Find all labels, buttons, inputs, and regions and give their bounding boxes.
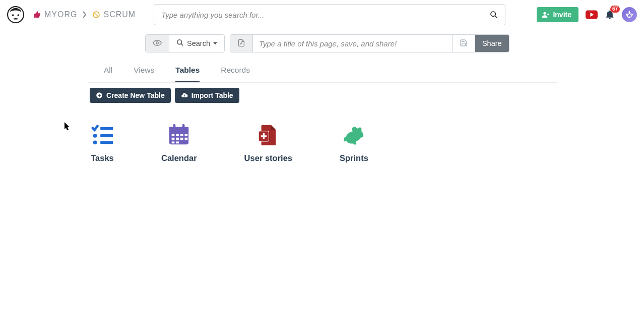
invite-button[interactable]: Invite [537, 7, 578, 22]
import-table-label: Import Table [191, 91, 233, 99]
svg-point-8 [177, 40, 182, 44]
breadcrumb-org[interactable]: MYORG [33, 10, 77, 19]
user-plus-icon [542, 11, 550, 19]
svg-rect-18 [182, 124, 185, 129]
tab-views[interactable]: Views [134, 66, 154, 82]
save-page-button[interactable] [452, 35, 475, 52]
svg-point-11 [93, 134, 97, 138]
tile-label: User stories [244, 153, 292, 163]
share-label: Share [482, 39, 502, 47]
svg-rect-16 [169, 127, 188, 132]
global-search-input[interactable] [161, 11, 490, 19]
mouse-cursor-icon [65, 122, 71, 131]
svg-rect-27 [172, 141, 175, 143]
svg-rect-21 [180, 134, 183, 136]
invite-label: Invite [553, 11, 571, 19]
svg-point-7 [156, 41, 159, 44]
page-title-input[interactable] [253, 35, 452, 52]
tile-label: Calendar [161, 153, 197, 163]
svg-rect-23 [172, 138, 175, 140]
tile-label: Tasks [91, 153, 114, 163]
project-icon [92, 11, 100, 19]
svg-rect-20 [176, 134, 179, 136]
breadcrumb: MYORG SCRUM [33, 10, 136, 19]
edit-page-button[interactable] [230, 35, 253, 52]
svg-point-1 [12, 14, 14, 16]
create-table-label: Create New Table [106, 91, 165, 99]
svg-rect-17 [173, 124, 176, 129]
search-icon[interactable] [490, 11, 498, 19]
svg-rect-28 [176, 141, 179, 143]
cloud-upload-icon [181, 92, 188, 99]
breadcrumb-org-label: MYORG [44, 10, 77, 19]
chevron-right-icon [82, 11, 87, 18]
rabbit-icon [342, 123, 365, 146]
save-icon [460, 39, 468, 48]
tables-grid: Tasks Calendar User stories Sprints [91, 123, 644, 163]
breadcrumb-project-label: SCRUM [103, 10, 136, 19]
svg-rect-14 [100, 141, 113, 144]
search-icon [176, 39, 184, 48]
svg-rect-12 [100, 134, 113, 137]
tab-tables[interactable]: Tables [175, 66, 200, 82]
plus-circle-icon [96, 92, 103, 99]
tasks-icon [91, 123, 114, 146]
table-tile-user-stories[interactable]: User stories [244, 123, 292, 163]
search-dropdown[interactable]: Search [169, 35, 224, 52]
notification-count: 67 [610, 6, 620, 13]
svg-rect-10 [100, 127, 113, 130]
svg-rect-22 [185, 134, 188, 136]
svg-rect-25 [180, 138, 183, 140]
search-dropdown-label: Search [187, 39, 210, 47]
tabs-bar: All Views Tables Records [88, 66, 557, 83]
svg-point-2 [17, 14, 19, 16]
calendar-icon [167, 123, 190, 146]
import-table-button[interactable]: Import Table [175, 88, 239, 103]
table-tile-tasks[interactable]: Tasks [91, 123, 114, 163]
svg-point-5 [544, 12, 546, 15]
svg-point-4 [491, 12, 495, 16]
svg-rect-26 [185, 138, 188, 140]
tile-label: Sprints [340, 153, 368, 163]
app-logo[interactable] [7, 6, 24, 23]
svg-rect-19 [172, 134, 175, 136]
table-tile-calendar[interactable]: Calendar [161, 123, 197, 163]
user-avatar[interactable] [622, 7, 637, 22]
page-title-group: Share [230, 34, 509, 52]
create-table-button[interactable]: Create New Table [90, 88, 171, 103]
youtube-icon[interactable] [586, 10, 598, 20]
table-tile-sprints[interactable]: Sprints [340, 123, 368, 163]
svg-point-13 [93, 141, 97, 145]
eye-icon [153, 38, 162, 49]
chevron-down-icon [213, 42, 217, 45]
share-button[interactable]: Share [475, 35, 509, 52]
notifications-bell[interactable]: 67 [605, 10, 615, 20]
tab-records[interactable]: Records [221, 66, 250, 82]
edit-file-icon [237, 39, 245, 48]
doc-plus-icon [256, 123, 280, 146]
global-search[interactable] [154, 4, 505, 25]
eye-button[interactable] [146, 35, 169, 52]
view-search-group: Search [145, 34, 225, 52]
breadcrumb-project[interactable]: SCRUM [92, 10, 136, 19]
thumbs-up-icon [33, 11, 41, 19]
tab-all[interactable]: All [104, 66, 112, 82]
svg-rect-24 [176, 138, 179, 140]
